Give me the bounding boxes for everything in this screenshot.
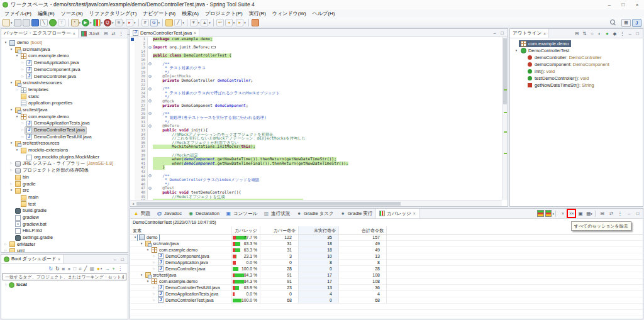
- outline-item[interactable]: getNowDateTimeStr() : String: [510, 82, 643, 89]
- collapse-all-icon[interactable]: ⊟: [574, 30, 580, 37]
- tree-item[interactable]: build.gradle: [1, 207, 128, 214]
- tree-item[interactable]: ▷DemoControllerTest.java: [1, 127, 128, 134]
- expand-arrow-icon[interactable]: ▷: [20, 74, 25, 80]
- menu-item-8[interactable]: ウィンドウ(W): [269, 10, 309, 17]
- view-menu-button[interactable]: ⋮: [118, 266, 123, 272]
- open-browser-button[interactable]: →: [104, 266, 109, 272]
- code-line[interactable]: 43: [130, 170, 502, 174]
- link-with-editor-icon[interactable]: ⇄: [110, 30, 117, 37]
- expand-arrow-icon[interactable]: ▼: [9, 187, 14, 194]
- boot-filter-input[interactable]: [3, 273, 126, 280]
- menu-item-3[interactable]: リファクタリング(T): [86, 10, 140, 17]
- coverage-row[interactable]: ▷DemoControllerTestUtil.java63.9 %231336: [130, 285, 643, 291]
- expand-arrow-icon[interactable]: ▷: [20, 127, 25, 134]
- expand-arrow-icon[interactable]: ▼: [9, 140, 14, 147]
- coverage-row[interactable]: ▷DemoApplicationTests.java0.0 %044: [130, 291, 643, 297]
- view-menu-icon[interactable]: ⋮: [619, 30, 626, 37]
- coverage-launch-button[interactable]: ▾: [545, 209, 553, 218]
- spring-boot-button[interactable]: [49, 19, 57, 26]
- coverage-row[interactable]: ▼src/test/java84.3 %9117108: [130, 272, 643, 279]
- expand-arrow-icon[interactable]: ▷: [3, 241, 8, 248]
- fold-collapse-icon[interactable]: −: [148, 174, 152, 177]
- expand-arrow-icon[interactable]: ▼: [145, 279, 150, 285]
- edit-button[interactable]: ╱: [84, 266, 87, 272]
- tree-item[interactable]: ▷templates: [1, 87, 128, 94]
- expand-arrow-icon[interactable]: ▷: [20, 60, 25, 67]
- new-wizard-button[interactable]: ▾: [3, 19, 13, 26]
- expand-arrow-icon[interactable]: ▷: [152, 285, 157, 291]
- next-annotation-button[interactable]: ▼▾: [190, 19, 200, 26]
- tab-declaration[interactable]: ◉Declaration: [185, 209, 223, 218]
- tree-item[interactable]: ▷DemoControllerTestUtil.java: [1, 134, 128, 141]
- expand-arrow-icon[interactable]: ▷: [3, 248, 8, 252]
- coverage-row[interactable]: ▼com.example.demo63.3 %311849: [130, 247, 643, 253]
- expand-arrow-icon[interactable]: ▼: [9, 47, 14, 53]
- tree-item[interactable]: ▷DemoController.java: [1, 73, 128, 80]
- expand-arrow-icon[interactable]: ▼: [14, 53, 19, 60]
- fold-collapse-icon[interactable]: −: [148, 87, 152, 91]
- code-line[interactable]: 22: [130, 83, 502, 87]
- run-button[interactable]: ▶▾: [82, 19, 92, 26]
- tab-coverage[interactable]: カバレッジ×: [375, 209, 419, 218]
- collapse-all-button[interactable]: ⊟: [598, 209, 606, 218]
- expand-arrow-icon[interactable]: ▼: [3, 40, 8, 47]
- close-icon[interactable]: ×: [413, 211, 416, 216]
- code-line[interactable]: 37 MockitoAnnotations.initMocks(this);: [130, 145, 502, 149]
- expand-arrow-icon[interactable]: ▼: [9, 107, 14, 114]
- properties-button[interactable]: ▦: [89, 266, 94, 272]
- scrollbar-thumb[interactable]: [503, 38, 507, 104]
- java-perspective-button[interactable]: J: [632, 19, 641, 27]
- restart-button[interactable]: ↻: [48, 266, 53, 272]
- outline-item[interactable]: demoController : DemoController: [510, 54, 643, 61]
- tree-item[interactable]: ▼mockito-extensions: [1, 147, 128, 154]
- editor-horizontal-scrollbar[interactable]: ◂: [130, 200, 502, 206]
- save-all-button[interactable]: [23, 19, 30, 26]
- code-line[interactable]: 15public class DemoControllerTest {: [130, 53, 502, 58]
- column-header-4[interactable]: 合計命令数: [338, 226, 386, 234]
- merge-sessions-button[interactable]: ▣: [576, 209, 584, 218]
- tree-item[interactable]: ▷DemoComponent.java: [1, 67, 128, 74]
- tab-console[interactable]: ▣コンソール: [223, 209, 260, 218]
- mark-occurrences-button[interactable]: ╱▾: [174, 19, 184, 26]
- tree-item[interactable]: ▼src/main/java: [1, 47, 128, 53]
- tree-item[interactable]: ▼com.example.demo: [1, 53, 128, 60]
- close-icon[interactable]: ×: [58, 257, 60, 262]
- hide-fields-icon[interactable]: ○: [589, 30, 596, 37]
- coverage-button[interactable]: ▾: [93, 19, 103, 26]
- outline-item[interactable]: com.example.demo: [510, 40, 643, 47]
- tree-item[interactable]: static: [1, 94, 128, 101]
- expand-arrow-icon[interactable]: ▼: [14, 147, 19, 154]
- column-header-3[interactable]: 未実行命令▴: [298, 226, 338, 234]
- expand-arrow-icon[interactable]: ▷: [152, 266, 157, 272]
- run-history-button[interactable]: ▸▾: [126, 19, 136, 26]
- hide-static-members-icon[interactable]: ◐: [596, 30, 603, 37]
- expand-arrow-icon[interactable]: ▷: [152, 260, 157, 266]
- menu-item-4[interactable]: ナビゲート(N): [140, 10, 179, 17]
- code-line[interactable]: 45 * DemoControllerクラスのindexメソッドを確認: [130, 178, 502, 182]
- expand-arrow-icon[interactable]: ▼: [514, 47, 519, 54]
- stop-button[interactable]: ■: [62, 266, 65, 272]
- expand-arrow-icon[interactable]: ▷: [152, 297, 157, 304]
- fold-collapse-icon[interactable]: −: [148, 62, 152, 65]
- expand-arrow-icon[interactable]: ▼: [145, 247, 150, 253]
- back-button[interactable]: ◂▾: [225, 19, 235, 26]
- profile-button[interactable]: Q▾: [104, 19, 114, 26]
- link-with-selection-button[interactable]: ⇄: [607, 209, 615, 218]
- maximize-button[interactable]: □: [616, 0, 630, 9]
- tree-item[interactable]: ▼com.example.demo: [1, 114, 128, 121]
- tab-editor-file[interactable]: DemoControllerTest.java ×: [130, 29, 199, 36]
- coverage-row[interactable]: ▼demo77.7 %12235157: [130, 234, 643, 241]
- tab-gradle-tasks[interactable]: ●Gradle タスク: [293, 209, 337, 218]
- prev-annotation-button[interactable]: ▲▾: [201, 19, 211, 26]
- code-line[interactable]: 1package com.example.demo;: [130, 37, 502, 41]
- fold-collapse-icon[interactable]: −: [148, 99, 152, 102]
- expand-arrow-icon[interactable]: ▷: [152, 253, 157, 260]
- scroll-left-arrow[interactable]: ◂: [130, 201, 136, 206]
- expand-arrow-icon[interactable]: ▼: [139, 272, 144, 279]
- coverage-row[interactable]: ▷DemoControllerTest.java100.0 %68068: [130, 297, 643, 304]
- menu-item-5[interactable]: 検索(A): [179, 10, 202, 17]
- tree-item[interactable]: ▷erMaster: [1, 241, 128, 248]
- maximize-icon[interactable]: □: [119, 256, 126, 263]
- tree-item[interactable]: gradlew.bat: [1, 221, 128, 228]
- tree-item[interactable]: ▼src/main/resources: [1, 80, 128, 87]
